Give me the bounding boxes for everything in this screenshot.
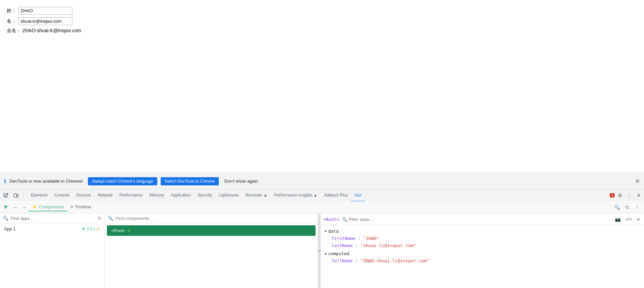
computed-section-header[interactable]: ▼ computed [325, 250, 640, 258]
computed-children: fullName : "ZHAO-shuai-lc@inspur.com" [325, 258, 640, 265]
vue-v-icon: ▼ [82, 226, 86, 231]
first-name-row: 名： [7, 17, 637, 25]
vue-logo-icon: ▼ [3, 204, 9, 211]
root-label: <Root> [111, 228, 125, 233]
app-list-item[interactable]: App 1 ▼ 2.6.1 ⚠ [0, 223, 105, 234]
page-content: 姓： 名： 全名： ZHAO-shuai-lc@inspur.com [0, 0, 644, 173]
root-component-item[interactable]: <Root> [107, 225, 316, 236]
computed-arrow-icon: ▼ [325, 251, 327, 257]
fullname-row: fullName : "ZHAO-shuai-lc@inspur.com" [331, 258, 640, 265]
close-devtools-button[interactable]: ✕ [635, 191, 643, 200]
state-search-bar: 🔍 [342, 217, 406, 222]
devtools-left-icons [1, 191, 25, 200]
devtools-notification-bar: ℹ DevTools is now available in Chinese! … [0, 173, 644, 189]
data-arrow-icon: ▼ [325, 229, 327, 234]
tab-lighthouse[interactable]: Lighthouse [215, 189, 242, 202]
tab-memory[interactable]: Memory [146, 189, 167, 202]
app-name-label: App 1 [4, 226, 16, 231]
data-children: firstName : "ZHAO" lastName : "shuai-lc@… [325, 235, 640, 249]
components-tab-label: Components [39, 204, 64, 209]
data-section: ▼ data firstName : "ZHAO" lastName : "sh… [325, 228, 640, 249]
apps-search-icon: 🔍 [3, 215, 8, 221]
app-warning-icon: ⚠ [96, 226, 100, 231]
last-name-input[interactable] [18, 7, 72, 15]
switch-chinese-button[interactable]: Switch DevTools to Chinese [161, 177, 219, 185]
state-header: <Root> 🔍 📷 </> ≡ [321, 213, 644, 225]
lastname-row: lastName : "shuai-lc@inspur.com" [331, 242, 640, 249]
collapse-handle[interactable] [318, 213, 321, 288]
info-icon: ℹ [4, 178, 6, 184]
state-filter-input[interactable] [349, 217, 406, 222]
state-tree: ▼ data firstName : "ZHAO" lastName : "sh… [321, 225, 644, 269]
tab-application[interactable]: Application [167, 189, 194, 202]
app-version-badge: ▼ 2.6.1 ⚠ [82, 226, 100, 231]
svg-rect-0 [14, 194, 17, 197]
more-options-button[interactable]: ⋮ [625, 191, 634, 200]
lastname-value: "shuai-lc@inspur.com" [361, 243, 416, 248]
match-language-button[interactable]: Always match Chrome's language [88, 177, 157, 185]
components-icon: ⚡ [32, 204, 37, 209]
devtools-tabs-bar: Elements Console Sources Network Perform… [0, 189, 644, 201]
vue-back-button[interactable]: ← [11, 204, 20, 211]
settings-button[interactable]: ⚙ [616, 191, 624, 200]
dont-show-again-button[interactable]: Don't show again [222, 177, 260, 185]
divider [23, 192, 23, 199]
first-name-input[interactable] [18, 17, 72, 25]
root-active-dot [128, 229, 130, 232]
tab-performance-insights[interactable]: Performance insights ▲ [271, 189, 321, 202]
data-section-label: data [328, 228, 339, 235]
firstname-row: firstName : "ZHAO" [331, 235, 640, 242]
vue-tab-timeline[interactable]: ≡ Timeline [67, 203, 95, 211]
notification-close-button[interactable]: ✕ [635, 178, 640, 185]
data-section-header[interactable]: ▼ data [325, 228, 640, 235]
state-screenshot-button[interactable]: 📷 [613, 215, 622, 223]
fullname-value: "ZHAO-shuai-lc@inspur.com" [361, 258, 430, 263]
firstname-key: firstName [331, 236, 355, 241]
fullname-key: fullName [331, 258, 353, 263]
apps-search-bar: 🔍 ↻ [0, 213, 105, 223]
vue-toolbar: ▼ ← → ⚡ Components ≡ Timeline 🔍 ↻ ⋮ [0, 201, 644, 213]
vue-more-button[interactable]: ⋮ [633, 204, 641, 211]
vue-refresh-button[interactable]: ↻ [624, 204, 631, 211]
full-name-display: 全名： ZHAO-shuai-lc@inspur.com [7, 28, 637, 34]
tab-recorder[interactable]: Recorder ▲ [242, 189, 271, 202]
state-search-icon: 🔍 [342, 217, 347, 222]
tab-security[interactable]: Security [194, 189, 215, 202]
state-more-button[interactable]: ≡ [635, 215, 641, 223]
components-search-bar: 🔍 [105, 213, 318, 223]
apps-search-input[interactable] [10, 216, 96, 221]
app-version-text: 2.6.1 [87, 227, 95, 231]
computed-section-label: computed [328, 250, 349, 258]
vue-inspect-button[interactable]: 🔍 [613, 204, 622, 211]
lastname-key: lastName [331, 243, 353, 248]
tab-network[interactable]: Network [94, 189, 116, 202]
components-search-icon: 🔍 [108, 215, 113, 221]
vue-panel: ▼ ← → ⚡ Components ≡ Timeline 🔍 ↻ ⋮ 🔍 ↻ … [0, 201, 644, 288]
vue-toolbar-right: 🔍 ↻ ⋮ [613, 204, 641, 211]
tab-console[interactable]: Console [51, 189, 73, 202]
state-code-button[interactable]: </> [624, 215, 634, 223]
vue-tab-components[interactable]: ⚡ Components [28, 203, 67, 211]
notification-text: DevTools is now available in Chinese! [9, 179, 83, 184]
computed-section: ▼ computed fullName : "ZHAO-shuai-lc@ins… [325, 250, 640, 265]
vue-main-area: 🔍 ↻ App 1 ▼ 2.6.1 ⚠ 🔍 <Root> [0, 213, 644, 288]
state-toolbar-right: 📷 </> ≡ [613, 215, 641, 223]
tab-adblock[interactable]: Adblock Plus [321, 189, 351, 202]
error-badge: 1 [610, 193, 615, 198]
components-search-input[interactable] [115, 216, 315, 221]
svg-rect-1 [17, 194, 18, 197]
tab-vue[interactable]: Vue [351, 189, 365, 202]
state-root-tag: <Root> [323, 217, 339, 222]
tab-performance[interactable]: Performance [116, 189, 146, 202]
vue-forward-button[interactable]: → [20, 204, 28, 211]
full-name-label: 全名： [7, 28, 21, 33]
full-name-value: ZHAO-shuai-lc@inspur.com [22, 28, 81, 33]
last-name-row: 姓： [7, 7, 637, 15]
inspect-element-button[interactable] [1, 191, 10, 200]
last-name-label: 姓： [7, 8, 16, 14]
tab-sources[interactable]: Sources [73, 189, 94, 202]
apps-refresh-button[interactable]: ↻ [98, 215, 102, 221]
tab-elements[interactable]: Elements [27, 189, 51, 202]
vue-components-panel: 🔍 <Root> [105, 213, 318, 288]
device-toolbar-button[interactable] [12, 191, 20, 200]
